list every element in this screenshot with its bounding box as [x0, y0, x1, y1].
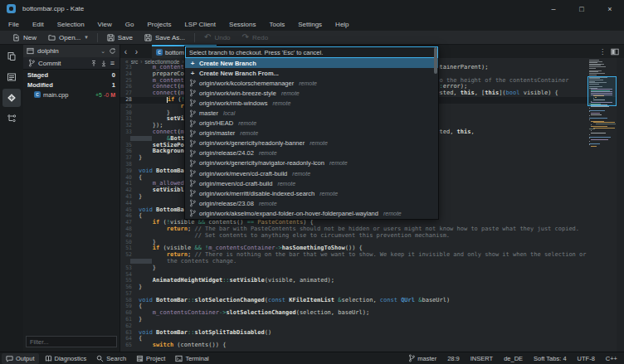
branch-label: Create New Branch From...	[199, 70, 279, 77]
branch-item[interactable]: origin/work/genericity/readonly-bannerre…	[185, 138, 438, 148]
refresh-icon[interactable]	[109, 47, 116, 55]
code-line: 65 switch (contents()) {	[120, 342, 624, 349]
new-button[interactable]: New	[7, 32, 42, 43]
statusbar-item-de-de[interactable]: de_DE	[504, 355, 523, 362]
line-number[interactable]: 65	[120, 342, 135, 349]
line-number[interactable]: 33	[120, 129, 135, 136]
statusbar-project-button[interactable]: Project	[132, 353, 169, 364]
project-selector[interactable]: dolphin ⌄	[23, 45, 119, 57]
code-line: the contents change.	[120, 259, 624, 265]
minimap-line	[591, 114, 602, 115]
maximize-button[interactable]: □	[568, 0, 596, 17]
menu-settings[interactable]: Settings	[291, 17, 329, 31]
sidebar-symbols-icon[interactable]	[2, 109, 21, 128]
line-number[interactable]: 52	[120, 252, 135, 259]
menu-view[interactable]: View	[91, 17, 119, 31]
undo-button[interactable]: ↶ Undo	[198, 32, 236, 43]
commit-button[interactable]: Commit	[38, 60, 61, 67]
redo-button[interactable]: ↷ Redo	[236, 32, 275, 43]
toolbar-separator	[194, 33, 195, 42]
statusbar-item-c-[interactable]: C++	[606, 355, 617, 362]
menu-lsp-client[interactable]: LSP Client	[178, 17, 222, 31]
code-line: 55 AnimatedHeightWidget::setVisible(visi…	[120, 278, 624, 284]
open-dropdown-caret[interactable]: ▾	[85, 34, 88, 41]
branch-label: origin/work/win-breeze-style	[199, 90, 276, 97]
branch-item[interactable]: origin/masterremote	[185, 129, 438, 138]
staged-section[interactable]: Staged 0	[23, 70, 119, 80]
project-icon	[136, 355, 144, 362]
minimap-line	[589, 137, 611, 138]
modified-file-row[interactable]: C main.cpp +5 -0 M	[23, 90, 119, 99]
nav-forward-icon[interactable]: ›	[131, 47, 142, 56]
statusbar-search-button[interactable]: Search	[92, 353, 130, 364]
menu-go[interactable]: Go	[119, 17, 141, 31]
branch-action-item[interactable]: +Create New Branch From...	[185, 68, 438, 78]
branch-item[interactable]: origin/work/win-breeze-styleremote	[185, 88, 438, 98]
branch-search-input[interactable]: Select branch to checkout. Press 'Esc' t…	[185, 46, 438, 58]
open-button[interactable]: Open... ▾	[42, 32, 94, 43]
menu-help[interactable]: Help	[329, 17, 355, 31]
branch-item[interactable]	[185, 219, 438, 220]
branch-scope-tag: remote	[277, 181, 295, 187]
window-title: bottombar.cpp - Kate	[22, 5, 84, 12]
branch-action-item[interactable]: +Create New Branch	[185, 58, 438, 68]
branch-item[interactable]: origin/work/genericity/navigator-readonl…	[185, 158, 438, 168]
push-icon[interactable]	[90, 60, 97, 67]
minimap-viewport[interactable]	[587, 76, 617, 106]
branch-item[interactable]: origin/release/24.02remote	[185, 148, 438, 158]
branch-label: origin/work/genericity/navigator-readonl…	[199, 159, 324, 167]
statusbar-item-utf-8[interactable]: UTF-8	[578, 355, 595, 362]
branch-item[interactable]: origin/HEADremote	[185, 119, 438, 129]
statusbar-output-button[interactable]: Output	[2, 353, 39, 364]
minimize-button[interactable]: –	[539, 0, 568, 17]
editor-scrollbar[interactable]	[617, 58, 624, 352]
branch-item[interactable]: origin/work/meven/cd-craft-buildremote	[185, 168, 438, 178]
split-view-icon[interactable]	[611, 48, 619, 56]
tab-overflow-icon[interactable]: ⋮	[599, 48, 606, 56]
branch-item[interactable]: masterlocal	[185, 108, 438, 118]
modified-section[interactable]: Modified 1	[23, 80, 119, 90]
branch-scope-tag: remote	[319, 191, 338, 197]
statusbar-item-master[interactable]: master	[408, 354, 436, 362]
sidebar-documents-icon[interactable]	[2, 47, 21, 66]
git-menu-icon[interactable]: ≡	[110, 59, 115, 67]
statusbar-diagnostics-button[interactable]: Diagnostics	[41, 353, 91, 364]
save-button[interactable]: Save	[101, 32, 139, 43]
branch-item[interactable]: origin/meven/cd-craft-buildremote	[185, 178, 438, 188]
branch-item[interactable]: origin/work/akselmo/expand-folder-on-hov…	[185, 208, 438, 218]
branch-item[interactable]: origin/work/merritt/disable-indexed-sear…	[185, 188, 438, 198]
menu-projects[interactable]: Projects	[140, 17, 178, 31]
popup-scrollbar-thumb[interactable]	[434, 47, 437, 74]
statusbar-item-28-9[interactable]: 28:9	[447, 355, 460, 362]
statusbar-terminal-button[interactable]: Terminal	[171, 353, 212, 364]
sidebar-filesystem-icon[interactable]	[2, 68, 21, 86]
menu-selection[interactable]: Selection	[51, 17, 91, 31]
menu-file[interactable]: File	[2, 17, 26, 31]
lines-added: +5	[95, 92, 102, 98]
close-button[interactable]: ×	[596, 0, 624, 17]
nav-back-icon[interactable]: ‹	[120, 47, 131, 56]
menu-edit[interactable]: Edit	[26, 17, 51, 31]
branch-item[interactable]: origin/release/23.08remote	[185, 198, 438, 208]
statusbar-item-label: UTF-8	[578, 355, 595, 362]
branch-label: origin/work/rmb-windows	[199, 99, 268, 107]
statusbar-item-soft-tabs-4[interactable]: Soft Tabs: 4	[534, 355, 566, 362]
sidebar-git-icon[interactable]	[2, 89, 21, 107]
minimap[interactable]	[589, 60, 616, 332]
branch-item[interactable]: origin/work/rmb-windowsremote	[185, 98, 438, 108]
minimap-line	[589, 75, 597, 75]
filter-input[interactable]: Filter...	[26, 336, 117, 347]
branch-label: origin/HEAD	[199, 119, 233, 127]
lines-removed: -0	[104, 92, 109, 98]
menu-sessions[interactable]: Sessions	[222, 17, 262, 31]
branch-item[interactable]: origin/work/kcolorschememanagerremote	[185, 78, 438, 88]
save-as-button[interactable]: Save As...	[139, 32, 191, 43]
statusbar-item-insert[interactable]: INSERT	[470, 355, 493, 362]
pull-icon[interactable]	[100, 60, 107, 67]
code-line: 56}	[120, 284, 624, 291]
project-dropdown-icon[interactable]: ⌄	[100, 48, 105, 55]
menu-tools[interactable]: Tools	[263, 17, 292, 31]
breadcrumb-collapse-icon[interactable]: «	[125, 59, 129, 65]
commit-row: Commit ≡	[23, 57, 119, 70]
minimap-line	[591, 146, 597, 147]
